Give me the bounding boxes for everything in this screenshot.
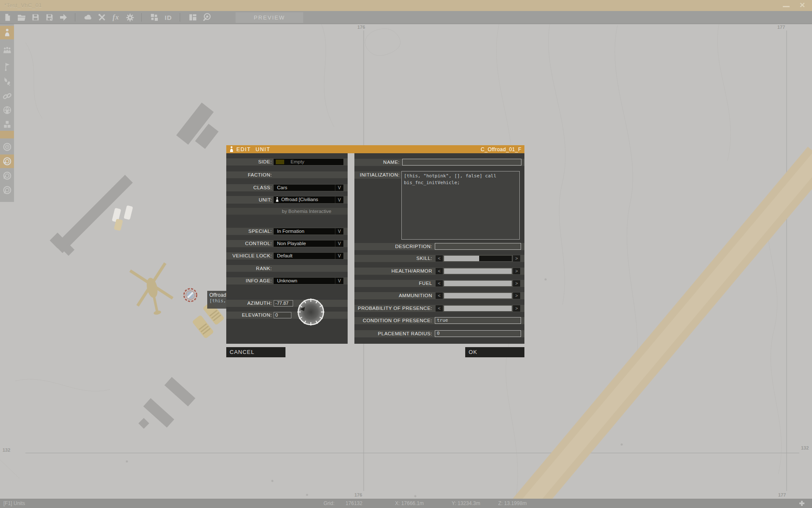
close-icon[interactable]: ✕ <box>796 0 809 11</box>
markers-globe-icon <box>2 105 12 116</box>
layout-columns-icon[interactable] <box>187 12 199 23</box>
class-dropdown[interactable]: Cars V <box>274 185 343 191</box>
chevron-down-icon[interactable]: V <box>335 196 343 203</box>
sidebar-item-modules[interactable] <box>0 118 14 132</box>
class-label: CLASS: <box>226 184 272 191</box>
waypoints-icon <box>3 77 12 86</box>
placement-radius-input[interactable]: 0 <box>435 330 521 337</box>
sidebar-item-units[interactable] <box>0 26 14 39</box>
sidebar-item-target-4[interactable] <box>0 183 14 197</box>
cloud-icon[interactable] <box>82 12 94 23</box>
azimuth-compass-dial[interactable] <box>296 297 326 327</box>
control-dropdown[interactable]: Non Playable V <box>274 240 343 247</box>
skill-increase-button[interactable]: > <box>513 255 520 262</box>
initialization-label: INITIALIZATION: <box>354 171 400 179</box>
sidebar-item-waypoints[interactable] <box>0 75 14 88</box>
azimuth-label: AZIMUTH: <box>226 300 272 307</box>
dialog-left-panel: SIDE: Empty FACTION: CLASS: Cars V UNIT:… <box>226 153 348 344</box>
vehicle-lock-dropdown[interactable]: Default V <box>274 253 343 259</box>
chevron-down-icon[interactable]: V <box>335 185 343 191</box>
side-field[interactable]: Empty <box>274 159 343 165</box>
export-icon[interactable] <box>57 12 70 23</box>
save-icon[interactable] <box>29 12 42 23</box>
initialization-textarea[interactable]: [this, "hotpink", [], false] call bis_fn… <box>401 171 520 240</box>
cancel-button[interactable]: CANCEL <box>226 347 285 357</box>
health-decrease-button[interactable]: < <box>436 268 443 274</box>
sidebar-item-markers[interactable] <box>0 104 14 117</box>
health-slider[interactable] <box>444 268 512 274</box>
ammo-increase-button[interactable]: > <box>513 293 520 299</box>
author-byline: by Bohemia Interactive <box>269 208 345 215</box>
sidebar-item-target-1[interactable] <box>0 140 14 154</box>
probability-slider[interactable] <box>444 306 512 311</box>
toolbar-separator <box>141 13 142 22</box>
ammunition-slider[interactable] <box>444 293 512 298</box>
statusbar: [F1] Units Grid: 176132 X: 17666.1m Y: 1… <box>0 499 812 508</box>
azimuth-row: AZIMUTH: -77.87 <box>226 300 348 307</box>
azimuth-input[interactable]: -77.87 <box>274 300 293 306</box>
description-label: DESCRIPTION: <box>354 243 432 250</box>
chevron-down-icon[interactable]: V <box>335 253 343 259</box>
special-dropdown[interactable]: In Formation V <box>274 228 343 235</box>
unit-selection-marker[interactable] <box>184 289 197 301</box>
skill-label: SKILL: <box>354 255 432 262</box>
toolbar: fx ID PREVIEW <box>0 11 812 24</box>
open-folder-icon[interactable] <box>15 12 28 23</box>
rank-label: RANK: <box>226 265 272 272</box>
probability-decrease-button[interactable]: < <box>436 305 443 312</box>
statusbar-grid-value: 176132 <box>346 499 362 508</box>
fuel-label: FUEL <box>354 280 432 287</box>
skill-slider[interactable] <box>444 256 512 261</box>
probability-increase-button[interactable]: > <box>513 305 520 312</box>
steam-icon[interactable] <box>200 12 213 23</box>
chevron-down-icon[interactable]: V <box>335 240 343 247</box>
unit-value: Offroad [Civilians <box>281 197 318 202</box>
sidebar-item-triggers[interactable] <box>0 60 14 74</box>
side-color-swatch <box>276 160 284 164</box>
info-age-row: INFO AGE: Unknown V <box>226 277 348 284</box>
sidebar-item-synchronize[interactable] <box>0 89 14 103</box>
grid-label-177-top: 177 <box>777 25 785 30</box>
chevron-down-icon[interactable]: V <box>335 228 343 235</box>
ammunition-row: AMMUNITION < > <box>354 292 524 299</box>
description-input[interactable] <box>435 243 521 250</box>
elevation-input[interactable]: 0 <box>274 312 291 318</box>
sidebar-item-target-2[interactable] <box>0 155 14 168</box>
special-row: SPECIAL: In Formation V <box>226 228 348 235</box>
info-age-label: INFO AGE: <box>226 277 272 284</box>
fx-icon[interactable]: fx <box>110 12 122 23</box>
fuel-decrease-button[interactable]: < <box>436 280 443 287</box>
health-increase-button[interactable]: > <box>513 268 520 274</box>
ok-button[interactable]: OK <box>465 347 524 357</box>
new-file-icon[interactable] <box>1 12 14 23</box>
vehicle-lock-value: Default <box>277 253 292 258</box>
statusbar-grid-label: Grid: <box>324 499 335 508</box>
fuel-slider-fill <box>444 281 512 286</box>
id-icon[interactable]: ID <box>162 12 175 23</box>
probability-slider-fill <box>444 306 512 311</box>
side-label: SIDE: <box>226 158 272 166</box>
tools-icon[interactable] <box>96 12 108 23</box>
initialization-row: INITIALIZATION: <box>354 171 401 179</box>
preview-button[interactable]: PREVIEW <box>236 12 303 23</box>
pixel-grid-icon[interactable] <box>148 12 161 23</box>
name-input[interactable] <box>402 159 521 166</box>
save-as-icon[interactable] <box>43 12 56 23</box>
condition-input[interactable]: true <box>435 317 521 324</box>
fuel-slider[interactable] <box>444 281 512 286</box>
fuel-increase-button[interactable]: > <box>513 280 520 287</box>
unit-dropdown[interactable]: Offroad [Civilians V <box>274 196 343 203</box>
gear-icon[interactable] <box>123 12 136 23</box>
info-age-value: Unknown <box>277 278 297 283</box>
faction-row: FACTION: <box>226 171 348 178</box>
triggers-flag-icon <box>3 62 12 72</box>
chevron-down-icon[interactable]: V <box>335 278 343 284</box>
info-age-dropdown[interactable]: Unknown V <box>274 278 343 284</box>
skill-decrease-button[interactable]: < <box>436 255 443 262</box>
class-row: CLASS: Cars V <box>226 184 348 191</box>
dialog-title: EDIT UNIT <box>236 146 270 152</box>
ammo-decrease-button[interactable]: < <box>436 293 443 299</box>
sidebar-item-groups[interactable] <box>0 44 14 57</box>
minimize-icon[interactable] <box>780 0 793 11</box>
sidebar-item-target-3[interactable] <box>0 169 14 182</box>
